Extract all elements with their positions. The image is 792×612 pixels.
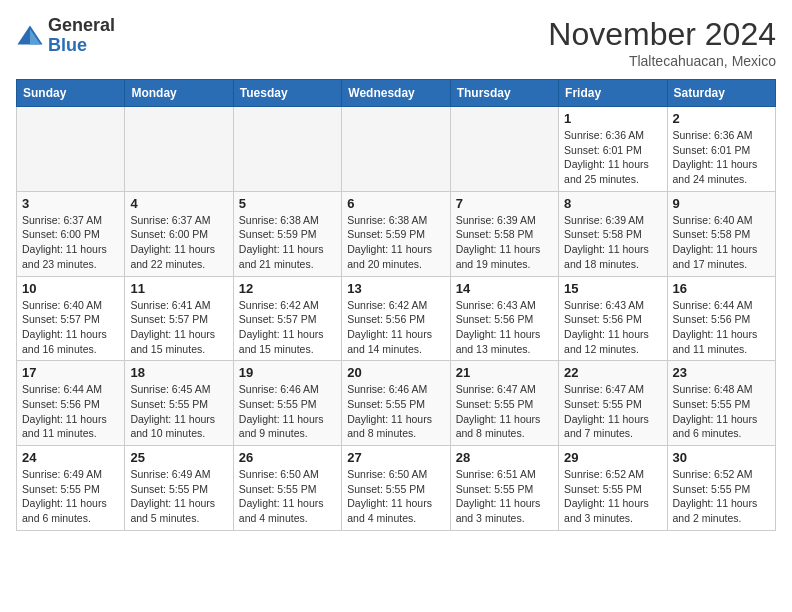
calendar-cell: 27Sunrise: 6:50 AMSunset: 5:55 PMDayligh… — [342, 446, 450, 531]
calendar-cell: 14Sunrise: 6:43 AMSunset: 5:56 PMDayligh… — [450, 276, 558, 361]
calendar-cell: 7Sunrise: 6:39 AMSunset: 5:58 PMDaylight… — [450, 191, 558, 276]
calendar-cell: 26Sunrise: 6:50 AMSunset: 5:55 PMDayligh… — [233, 446, 341, 531]
day-number: 28 — [456, 450, 553, 465]
calendar-cell — [342, 107, 450, 192]
title-block: November 2024 Tlaltecahuacan, Mexico — [548, 16, 776, 69]
calendar-cell: 2Sunrise: 6:36 AMSunset: 6:01 PMDaylight… — [667, 107, 775, 192]
day-info: Sunrise: 6:48 AMSunset: 5:55 PMDaylight:… — [673, 382, 770, 441]
calendar-cell: 25Sunrise: 6:49 AMSunset: 5:55 PMDayligh… — [125, 446, 233, 531]
day-info: Sunrise: 6:44 AMSunset: 5:56 PMDaylight:… — [673, 298, 770, 357]
day-info: Sunrise: 6:47 AMSunset: 5:55 PMDaylight:… — [456, 382, 553, 441]
calendar-day-header: Monday — [125, 80, 233, 107]
day-info: Sunrise: 6:50 AMSunset: 5:55 PMDaylight:… — [347, 467, 444, 526]
day-number: 21 — [456, 365, 553, 380]
calendar-cell: 10Sunrise: 6:40 AMSunset: 5:57 PMDayligh… — [17, 276, 125, 361]
day-info: Sunrise: 6:49 AMSunset: 5:55 PMDaylight:… — [130, 467, 227, 526]
calendar-body: 1Sunrise: 6:36 AMSunset: 6:01 PMDaylight… — [17, 107, 776, 531]
day-number: 26 — [239, 450, 336, 465]
day-info: Sunrise: 6:39 AMSunset: 5:58 PMDaylight:… — [456, 213, 553, 272]
day-number: 10 — [22, 281, 119, 296]
calendar-cell: 28Sunrise: 6:51 AMSunset: 5:55 PMDayligh… — [450, 446, 558, 531]
calendar-cell: 29Sunrise: 6:52 AMSunset: 5:55 PMDayligh… — [559, 446, 667, 531]
day-number: 22 — [564, 365, 661, 380]
calendar-day-header: Sunday — [17, 80, 125, 107]
day-number: 6 — [347, 196, 444, 211]
calendar: SundayMondayTuesdayWednesdayThursdayFrid… — [16, 79, 776, 531]
calendar-week-row: 24Sunrise: 6:49 AMSunset: 5:55 PMDayligh… — [17, 446, 776, 531]
day-info: Sunrise: 6:43 AMSunset: 5:56 PMDaylight:… — [564, 298, 661, 357]
calendar-cell: 8Sunrise: 6:39 AMSunset: 5:58 PMDaylight… — [559, 191, 667, 276]
day-info: Sunrise: 6:37 AMSunset: 6:00 PMDaylight:… — [130, 213, 227, 272]
day-number: 16 — [673, 281, 770, 296]
calendar-cell — [17, 107, 125, 192]
day-number: 15 — [564, 281, 661, 296]
calendar-cell: 23Sunrise: 6:48 AMSunset: 5:55 PMDayligh… — [667, 361, 775, 446]
day-number: 14 — [456, 281, 553, 296]
day-number: 13 — [347, 281, 444, 296]
day-number: 25 — [130, 450, 227, 465]
day-number: 23 — [673, 365, 770, 380]
calendar-cell: 21Sunrise: 6:47 AMSunset: 5:55 PMDayligh… — [450, 361, 558, 446]
calendar-cell: 9Sunrise: 6:40 AMSunset: 5:58 PMDaylight… — [667, 191, 775, 276]
day-info: Sunrise: 6:36 AMSunset: 6:01 PMDaylight:… — [564, 128, 661, 187]
location: Tlaltecahuacan, Mexico — [548, 53, 776, 69]
calendar-day-header: Wednesday — [342, 80, 450, 107]
month-title: November 2024 — [548, 16, 776, 53]
day-info: Sunrise: 6:50 AMSunset: 5:55 PMDaylight:… — [239, 467, 336, 526]
day-info: Sunrise: 6:41 AMSunset: 5:57 PMDaylight:… — [130, 298, 227, 357]
day-number: 17 — [22, 365, 119, 380]
calendar-week-row: 1Sunrise: 6:36 AMSunset: 6:01 PMDaylight… — [17, 107, 776, 192]
day-info: Sunrise: 6:38 AMSunset: 5:59 PMDaylight:… — [347, 213, 444, 272]
calendar-cell: 24Sunrise: 6:49 AMSunset: 5:55 PMDayligh… — [17, 446, 125, 531]
calendar-cell: 4Sunrise: 6:37 AMSunset: 6:00 PMDaylight… — [125, 191, 233, 276]
calendar-cell: 16Sunrise: 6:44 AMSunset: 5:56 PMDayligh… — [667, 276, 775, 361]
day-number: 11 — [130, 281, 227, 296]
day-number: 30 — [673, 450, 770, 465]
calendar-cell: 15Sunrise: 6:43 AMSunset: 5:56 PMDayligh… — [559, 276, 667, 361]
day-number: 29 — [564, 450, 661, 465]
day-info: Sunrise: 6:52 AMSunset: 5:55 PMDaylight:… — [564, 467, 661, 526]
calendar-cell: 22Sunrise: 6:47 AMSunset: 5:55 PMDayligh… — [559, 361, 667, 446]
day-info: Sunrise: 6:37 AMSunset: 6:00 PMDaylight:… — [22, 213, 119, 272]
day-number: 1 — [564, 111, 661, 126]
calendar-cell — [450, 107, 558, 192]
day-number: 24 — [22, 450, 119, 465]
calendar-cell: 3Sunrise: 6:37 AMSunset: 6:00 PMDaylight… — [17, 191, 125, 276]
calendar-week-row: 17Sunrise: 6:44 AMSunset: 5:56 PMDayligh… — [17, 361, 776, 446]
calendar-cell: 12Sunrise: 6:42 AMSunset: 5:57 PMDayligh… — [233, 276, 341, 361]
day-info: Sunrise: 6:40 AMSunset: 5:57 PMDaylight:… — [22, 298, 119, 357]
day-number: 20 — [347, 365, 444, 380]
calendar-cell: 30Sunrise: 6:52 AMSunset: 5:55 PMDayligh… — [667, 446, 775, 531]
logo-blue: Blue — [48, 36, 115, 56]
day-info: Sunrise: 6:46 AMSunset: 5:55 PMDaylight:… — [347, 382, 444, 441]
day-info: Sunrise: 6:42 AMSunset: 5:57 PMDaylight:… — [239, 298, 336, 357]
day-info: Sunrise: 6:40 AMSunset: 5:58 PMDaylight:… — [673, 213, 770, 272]
day-info: Sunrise: 6:52 AMSunset: 5:55 PMDaylight:… — [673, 467, 770, 526]
day-info: Sunrise: 6:46 AMSunset: 5:55 PMDaylight:… — [239, 382, 336, 441]
day-number: 27 — [347, 450, 444, 465]
page-header: General Blue November 2024 Tlaltecahuaca… — [16, 16, 776, 69]
day-number: 5 — [239, 196, 336, 211]
day-info: Sunrise: 6:38 AMSunset: 5:59 PMDaylight:… — [239, 213, 336, 272]
calendar-cell — [233, 107, 341, 192]
day-info: Sunrise: 6:47 AMSunset: 5:55 PMDaylight:… — [564, 382, 661, 441]
logo-general: General — [48, 16, 115, 36]
calendar-day-header: Tuesday — [233, 80, 341, 107]
calendar-cell: 20Sunrise: 6:46 AMSunset: 5:55 PMDayligh… — [342, 361, 450, 446]
calendar-week-row: 3Sunrise: 6:37 AMSunset: 6:00 PMDaylight… — [17, 191, 776, 276]
calendar-cell: 11Sunrise: 6:41 AMSunset: 5:57 PMDayligh… — [125, 276, 233, 361]
calendar-day-header: Thursday — [450, 80, 558, 107]
calendar-cell: 5Sunrise: 6:38 AMSunset: 5:59 PMDaylight… — [233, 191, 341, 276]
calendar-day-header: Saturday — [667, 80, 775, 107]
calendar-cell: 19Sunrise: 6:46 AMSunset: 5:55 PMDayligh… — [233, 361, 341, 446]
day-number: 7 — [456, 196, 553, 211]
day-info: Sunrise: 6:45 AMSunset: 5:55 PMDaylight:… — [130, 382, 227, 441]
day-number: 19 — [239, 365, 336, 380]
calendar-cell: 1Sunrise: 6:36 AMSunset: 6:01 PMDaylight… — [559, 107, 667, 192]
day-number: 4 — [130, 196, 227, 211]
calendar-cell: 13Sunrise: 6:42 AMSunset: 5:56 PMDayligh… — [342, 276, 450, 361]
day-info: Sunrise: 6:39 AMSunset: 5:58 PMDaylight:… — [564, 213, 661, 272]
day-number: 9 — [673, 196, 770, 211]
day-info: Sunrise: 6:51 AMSunset: 5:55 PMDaylight:… — [456, 467, 553, 526]
calendar-week-row: 10Sunrise: 6:40 AMSunset: 5:57 PMDayligh… — [17, 276, 776, 361]
